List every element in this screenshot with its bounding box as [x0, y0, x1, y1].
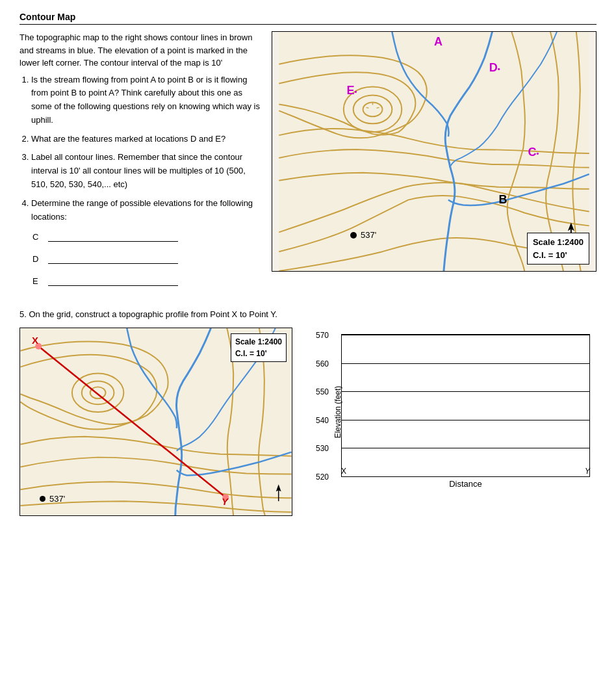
question-1: Is the stream flowing from point A to po… — [31, 73, 260, 127]
y-tick-570: 570 — [316, 331, 329, 340]
grid-line-570: 570 — [342, 335, 589, 335]
answer-c-line[interactable] — [48, 230, 178, 242]
answer-e: E — [32, 274, 260, 286]
label-A: A — [434, 35, 443, 49]
x-axis-y-label: Y — [585, 467, 590, 476]
answer-d-label: D — [32, 254, 45, 264]
answer-e-label: E — [32, 276, 45, 286]
small-scale-box: Scale 1:2400 C.I. = 10' — [231, 333, 287, 362]
svg-line-6 — [366, 107, 369, 108]
grid-line-560: 560 — [342, 363, 589, 364]
elevation-dot — [350, 232, 357, 239]
answer-section: C D E — [32, 230, 260, 286]
grid-line-520: 520 — [342, 476, 589, 477]
small-map-y-label: Y — [222, 496, 228, 507]
q5-section: 5. On the grid, construct a topographic … — [19, 308, 597, 516]
main-map: A D• E• C• B 537' Scale 1:2400 C.I. = 10… — [272, 31, 597, 272]
elevation-value: 537' — [361, 230, 376, 240]
small-map-x-label: X — [32, 335, 38, 346]
small-elevation-value: 537' — [49, 494, 65, 504]
small-elevation-dot — [40, 496, 45, 502]
profile-graph: Elevation (feet) 570 560 550 540 — [305, 328, 597, 516]
answer-d: D — [32, 252, 260, 264]
answer-c-label: C — [32, 232, 45, 242]
scale-line2: C.I. = 10' — [533, 249, 584, 262]
answer-c: C — [32, 230, 260, 242]
answer-e-line[interactable] — [48, 274, 178, 286]
intro-text: The topographic map to the right shows c… — [19, 31, 260, 70]
grid-line-530: 530 — [342, 448, 589, 448]
answer-d-line[interactable] — [48, 252, 178, 264]
bottom-section: X Y Scale 1:2400 C.I. = 10' 537' Elevati… — [19, 328, 597, 516]
scale-line1: Scale 1:2400 — [533, 236, 584, 249]
scale-box: Scale 1:2400 C.I. = 10' — [527, 233, 589, 265]
y-tick-520: 520 — [316, 472, 329, 482]
small-scale-line1: Scale 1:2400 — [235, 336, 282, 348]
small-scale-line2: C.I. = 10' — [235, 348, 282, 359]
small-map: X Y Scale 1:2400 C.I. = 10' 537' — [19, 328, 292, 516]
x-axis-x-label: X — [341, 467, 346, 476]
label-D: D• — [489, 61, 500, 75]
y-tick-560: 560 — [316, 359, 329, 368]
elevation-marker: 537' — [350, 230, 376, 240]
label-B: B — [499, 193, 507, 207]
grid-line-540: 540 — [342, 420, 589, 420]
question-2: What are the features marked at location… — [31, 133, 260, 146]
x-axis-label: Distance — [449, 479, 482, 489]
label-C: C• — [528, 146, 539, 159]
grid-line-550: 550 — [342, 391, 589, 392]
page-title: Contour Map — [19, 12, 597, 25]
question-3: Label all contour lines. Remember that s… — [31, 151, 260, 191]
svg-line-5 — [376, 107, 379, 108]
y-tick-530: 530 — [316, 444, 329, 453]
y-tick-550: 550 — [316, 387, 329, 396]
small-elevation-marker: 537' — [40, 494, 65, 504]
graph-area: 570 560 550 540 530 520 — [341, 334, 590, 477]
left-text-panel: The topographic map to the right shows c… — [19, 31, 260, 296]
y-tick-540: 540 — [316, 416, 329, 425]
question-4: Determine the range of possible elevatio… — [31, 197, 260, 224]
q5-text: 5. On the grid, construct a topographic … — [19, 308, 597, 321]
label-E: E• — [347, 84, 357, 97]
questions-list: Is the stream flowing from point A to po… — [31, 73, 260, 224]
